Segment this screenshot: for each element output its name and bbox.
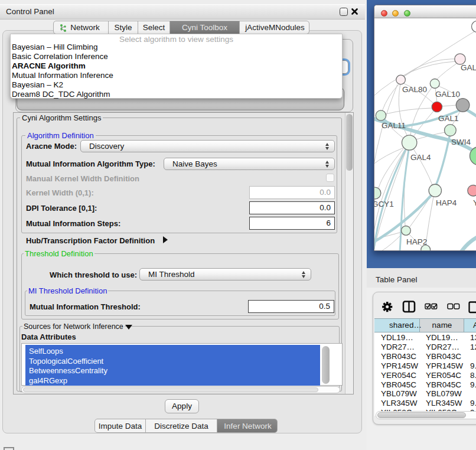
svg-text:GAL80: GAL80 (402, 85, 427, 94)
svg-text:GAL11: GAL11 (382, 121, 406, 130)
svg-text:GAL1: GAL1 (438, 114, 459, 123)
svg-text:Y: Y (473, 198, 476, 207)
svg-text:HAP4: HAP4 (436, 198, 457, 207)
svg-text:HAP2: HAP2 (406, 237, 427, 246)
svg-text:GAL10: GAL10 (435, 90, 460, 99)
svg-text:GCY1: GCY1 (374, 200, 394, 208)
svg-text:SWI4: SWI4 (451, 138, 471, 146)
svg-text:GAL: GAL (461, 63, 476, 72)
svg-text:GAL4: GAL4 (410, 153, 431, 162)
